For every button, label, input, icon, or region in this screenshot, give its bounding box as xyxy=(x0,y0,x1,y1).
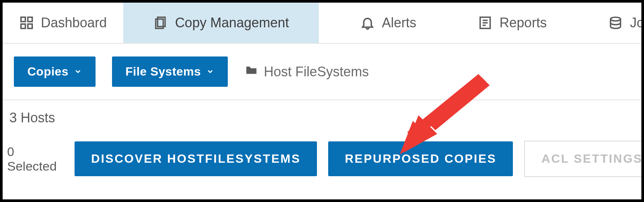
acl-settings-button: ACL SETTINGS xyxy=(524,141,644,177)
tab-label: Dashboard xyxy=(41,15,107,31)
dropdown-label: File Systems xyxy=(126,65,201,79)
tab-label: Reports xyxy=(499,15,547,31)
dashboard-icon xyxy=(19,15,34,30)
copy-icon xyxy=(153,15,168,30)
copies-dropdown[interactable]: Copies xyxy=(14,56,96,87)
content-area: 3 Hosts 0 Selected DISCOVER HOSTFILESYST… xyxy=(3,100,641,181)
jobs-icon xyxy=(608,15,623,30)
repurposed-copies-button[interactable]: REPURPOSED COPIES xyxy=(328,141,513,176)
tab-label: Copy Management xyxy=(175,15,289,31)
reports-icon xyxy=(478,15,493,30)
folder-icon xyxy=(244,63,258,80)
svg-rect-0 xyxy=(21,17,25,22)
chevron-down-icon xyxy=(206,65,214,79)
tab-alerts[interactable]: Alerts xyxy=(319,3,433,43)
tab-label: Alerts xyxy=(382,15,416,31)
svg-rect-2 xyxy=(21,24,25,28)
svg-rect-1 xyxy=(28,17,32,22)
main-tabs: Dashboard Copy Management Alerts Reports… xyxy=(3,3,641,44)
dropdown-label: Copies xyxy=(27,65,69,79)
svg-rect-3 xyxy=(28,24,32,28)
chevron-down-icon xyxy=(74,65,82,79)
bell-icon xyxy=(360,15,375,30)
tab-dashboard[interactable]: Dashboard xyxy=(3,3,123,43)
selected-count: 0 Selected xyxy=(7,144,57,174)
sub-toolbar: Copies File Systems Host FileSystems xyxy=(3,44,641,100)
filesystems-dropdown[interactable]: File Systems xyxy=(112,56,228,87)
svg-point-10 xyxy=(611,17,621,21)
breadcrumb-label: Host FileSystems xyxy=(264,64,369,80)
host-count: 3 Hosts xyxy=(9,110,630,126)
tab-reports[interactable]: Reports xyxy=(433,3,563,43)
action-row: 0 Selected DISCOVER HOSTFILESYSTEMS REPU… xyxy=(7,141,630,177)
discover-hostfilesystems-button[interactable]: DISCOVER HOSTFILESYSTEMS xyxy=(75,141,317,176)
breadcrumb: Host FileSystems xyxy=(244,63,369,80)
tab-copy-management[interactable]: Copy Management xyxy=(123,3,319,43)
tab-label: Jobs xyxy=(630,15,644,31)
tab-jobs[interactable]: Jobs xyxy=(563,3,644,43)
